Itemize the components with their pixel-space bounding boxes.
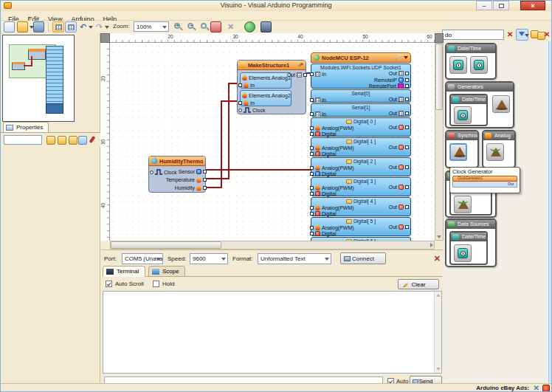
in-pin[interactable] [238, 101, 242, 105]
clock-pin[interactable] [150, 171, 153, 174]
undo-dropdown-icon[interactable] [89, 26, 93, 29]
wire-humidity-seg[interactable] [204, 187, 222, 188]
remoteip-pin[interactable] [405, 78, 409, 82]
toggle-panels-button[interactable] [52, 21, 64, 32]
ad-icon[interactable] [542, 385, 550, 392]
subcategory-header[interactable]: Date/Time [451, 233, 486, 241]
toolbox-close-button[interactable]: ✕ [544, 30, 550, 38]
sensor-pin[interactable] [203, 170, 207, 173]
remoteport-pin[interactable] [405, 84, 409, 88]
thermometer-header[interactable]: HumidityThermometer1 [149, 157, 205, 166]
out-pin[interactable] [405, 225, 409, 229]
component-datetime-1[interactable] [449, 56, 467, 74]
properties-filter-input[interactable] [4, 135, 42, 145]
nodemcu-digital-section-5[interactable]: Digital[ 5 ]Analog(PWM)OutDigital [311, 217, 411, 236]
remoteport-pin-row[interactable]: RemotePort [313, 83, 409, 89]
digital-pin[interactable] [310, 232, 314, 235]
redo-button[interactable]: ↷ [94, 21, 105, 32]
scroll-down-arrow[interactable] [437, 235, 441, 238]
port-select[interactable]: COM5 (Unava [122, 253, 163, 264]
scrollbar-thumb[interactable] [111, 241, 221, 249]
scrollbar-thumb[interactable] [435, 44, 443, 110]
humidity-pin[interactable] [203, 186, 207, 190]
settings-icon[interactable] [395, 55, 401, 61]
zoom-out-button[interactable]: − [187, 22, 196, 32]
tab-scope[interactable]: Scope [148, 266, 185, 277]
subcategory-generators-datetime[interactable]: Date/Time [449, 94, 488, 126]
close-button[interactable]: × [520, 1, 545, 10]
save-button[interactable] [33, 21, 44, 32]
maximize-button[interactable] [493, 1, 509, 10]
out-pin[interactable] [405, 97, 409, 101]
digital-pin[interactable] [310, 132, 314, 136]
zoom-select[interactable]: 100% [134, 21, 169, 32]
toggle-grid-button[interactable] [65, 21, 77, 32]
clock-pin-row[interactable]: Clock [238, 107, 266, 113]
analog-pwm-pin[interactable] [310, 166, 314, 170]
terminal-output[interactable] [103, 291, 442, 374]
new-project-button[interactable] [4, 21, 15, 32]
out-pin-row[interactable]: Out [389, 165, 409, 170]
diagram-overview[interactable] [2, 35, 75, 122]
out-pin-row[interactable]: Out [389, 204, 409, 210]
category-analog[interactable]: Analog [482, 130, 516, 168]
digital-pin[interactable] [310, 212, 314, 216]
nodemcu-serial0-section[interactable]: Serial[0] In Out [311, 89, 411, 103]
props-expand-button[interactable] [58, 136, 66, 145]
component-datetime-2[interactable] [470, 56, 488, 74]
elements-group-2[interactable]: Elements.Analog2 In [240, 90, 291, 106]
component-datetime-source[interactable] [454, 244, 472, 262]
sensor-pin-row[interactable]: Sensor [166, 168, 207, 176]
out-pin-row[interactable]: Out [287, 72, 307, 78]
out-pin[interactable] [405, 111, 409, 115]
nodemcu-header[interactable]: NodeMCU ESP-12 [311, 52, 411, 63]
analog-pwm-pin[interactable] [310, 186, 314, 190]
nodemcu-digital-section-3[interactable]: Digital[ 3 ]Analog(PWM)OutDigital [311, 177, 411, 196]
temperature-pin-row[interactable]: Temperature [166, 176, 207, 184]
pin-icon[interactable] [89, 136, 95, 143]
scroll-down-arrow[interactable] [436, 368, 441, 371]
scroll-right-arrow[interactable] [430, 243, 433, 247]
component-generator-cone[interactable] [492, 95, 510, 113]
out-pin[interactable] [405, 125, 409, 129]
category-synchron[interactable]: Synchron [445, 130, 479, 168]
canvas-horizontal-scrollbar[interactable] [110, 241, 435, 250]
out-pin[interactable] [405, 165, 409, 169]
category-datetime-header[interactable]: Date/Time [446, 44, 495, 53]
out-pin-row[interactable]: Out [389, 111, 409, 116]
terminal-scrollbar[interactable] [434, 292, 441, 373]
toolbox-filter-button[interactable] [516, 29, 528, 41]
snapshot-button[interactable] [261, 21, 272, 32]
connect-button[interactable]: Connect [340, 252, 386, 264]
in-pin[interactable] [238, 83, 242, 87]
component-synchron-selected[interactable] [449, 143, 467, 161]
analog-pwm-pin[interactable] [310, 226, 314, 230]
subcategory-data-sources-datetime[interactable]: Date/Time [449, 231, 488, 265]
temperature-pin[interactable] [203, 178, 207, 182]
category-generators-header[interactable]: Generators [446, 83, 513, 92]
elements-group-1[interactable]: Elements.Analog1 In [240, 72, 291, 89]
nodemcu-socket-section[interactable]: Modules.WiFi.Sockets.UDP Socket1 In Out … [311, 63, 411, 89]
compile-button[interactable] [244, 21, 255, 32]
block-thermometer[interactable]: HumidityThermometer1 Clock Sensor Temper… [148, 156, 206, 193]
component-clock-generator[interactable] [454, 196, 472, 213]
zoom-in-button[interactable]: + [173, 22, 183, 32]
analog-pwm-pin[interactable] [310, 146, 314, 150]
canvas-vertical-scrollbar[interactable] [435, 43, 444, 241]
toolbox-scrollbar[interactable] [548, 41, 552, 383]
category-analog-header[interactable]: Analog [483, 131, 514, 140]
speed-select[interactable]: 9600 [190, 253, 228, 264]
out-pin-row[interactable]: Out [389, 224, 409, 230]
subcategory-header[interactable]: Date/Time [451, 95, 486, 104]
category-synchron-header[interactable]: Synchron [446, 131, 477, 140]
clear-button[interactable]: Clear [398, 279, 439, 289]
wire-temperature-seg[interactable] [228, 83, 230, 179]
auto-scroll-checkbox[interactable] [106, 281, 112, 287]
refresh-button[interactable] [210, 21, 221, 32]
out-pin-row[interactable]: Out [389, 145, 409, 150]
digital-pin[interactable] [310, 172, 314, 176]
tab-terminal[interactable]: Terminal [103, 266, 145, 277]
disconnect-icon[interactable]: ✕ [434, 254, 441, 264]
in-pin[interactable] [310, 98, 314, 102]
out-pin-row[interactable]: Out [389, 185, 409, 190]
